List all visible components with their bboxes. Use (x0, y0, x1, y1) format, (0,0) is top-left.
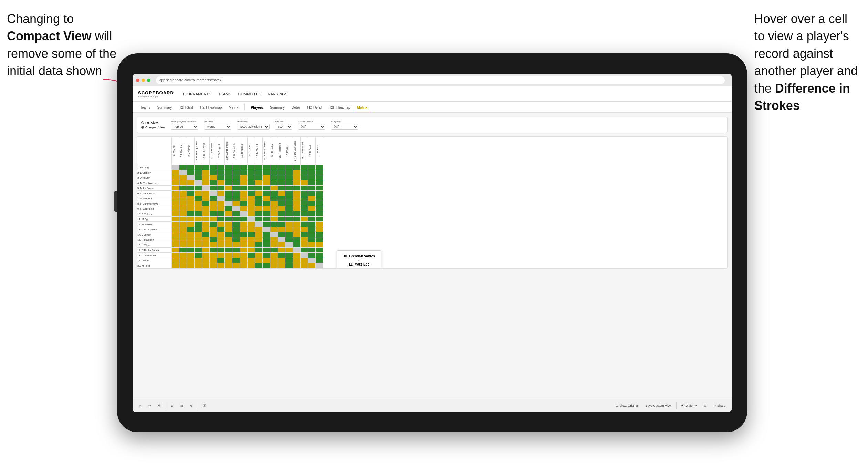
matrix-cell[interactable] (270, 165, 278, 170)
matrix-cell[interactable] (187, 263, 195, 268)
matrix-cell[interactable] (179, 180, 187, 186)
toolbar-share[interactable]: ↗ Share (711, 403, 728, 408)
matrix-cell[interactable] (248, 186, 255, 191)
matrix-cell[interactable] (240, 217, 248, 222)
matrix-cell[interactable] (210, 165, 217, 170)
nav-tournaments[interactable]: TOURNAMENTS (182, 91, 211, 97)
toolbar-undo[interactable]: ↩ (137, 403, 144, 408)
matrix-cell[interactable] (270, 232, 278, 237)
matrix-cell[interactable] (225, 222, 232, 227)
matrix-cell[interactable] (195, 263, 202, 268)
matrix-cell[interactable] (172, 227, 179, 232)
matrix-cell[interactable] (225, 186, 232, 191)
matrix-cell[interactable] (187, 211, 195, 217)
matrix-cell[interactable] (263, 248, 270, 253)
matrix-cell[interactable] (217, 263, 225, 268)
matrix-cell[interactable] (278, 211, 285, 217)
matrix-cell[interactable] (308, 237, 316, 242)
matrix-cell[interactable] (316, 180, 323, 186)
matrix-cell[interactable] (248, 165, 255, 170)
matrix-cell[interactable] (316, 253, 323, 258)
matrix-cell[interactable] (301, 165, 308, 170)
matrix-cell[interactable] (270, 206, 278, 211)
matrix-cell[interactable] (172, 222, 179, 227)
matrix-cell[interactable] (225, 253, 232, 258)
matrix-cell[interactable] (232, 186, 240, 191)
matrix-cell[interactable] (195, 196, 202, 201)
matrix-cell[interactable] (316, 186, 323, 191)
matrix-cell[interactable] (202, 248, 210, 253)
matrix-cell[interactable] (278, 191, 285, 196)
matrix-cell[interactable] (179, 186, 187, 191)
matrix-cell[interactable] (172, 175, 179, 180)
matrix-cell[interactable] (308, 227, 316, 232)
matrix-cell[interactable] (210, 237, 217, 242)
matrix-cell[interactable] (285, 191, 293, 196)
matrix-cell[interactable] (270, 170, 278, 175)
matrix-cell[interactable] (285, 217, 293, 222)
toolbar-forward[interactable]: ↪ (146, 403, 153, 408)
matrix-cell[interactable] (172, 196, 179, 201)
matrix-cell[interactable] (255, 258, 263, 263)
matrix-cell[interactable] (187, 170, 195, 175)
matrix-cell[interactable] (278, 201, 285, 206)
matrix-cell[interactable] (210, 217, 217, 222)
matrix-cell[interactable] (255, 201, 263, 206)
filter-gender-select[interactable]: Men's (204, 124, 231, 130)
matrix-cell[interactable] (308, 248, 316, 253)
filter-region-select[interactable]: N/A (275, 124, 292, 130)
matrix-cell[interactable] (270, 211, 278, 217)
filter-division-select[interactable]: NCAA Division I (237, 124, 270, 130)
matrix-cell[interactable] (202, 201, 210, 206)
matrix-cell[interactable] (210, 248, 217, 253)
matrix-cell[interactable] (270, 227, 278, 232)
toolbar-reset[interactable]: ↺ (156, 403, 163, 408)
matrix-cell[interactable] (263, 175, 270, 180)
matrix-cell[interactable] (293, 258, 301, 263)
matrix-cell[interactable] (179, 217, 187, 222)
matrix-cell[interactable] (217, 191, 225, 196)
matrix-cell[interactable] (293, 201, 301, 206)
matrix-cell[interactable] (217, 186, 225, 191)
matrix-cell[interactable] (308, 222, 316, 227)
matrix-cell[interactable] (172, 263, 179, 268)
matrix-cell[interactable] (225, 201, 232, 206)
matrix-cell[interactable] (202, 232, 210, 237)
matrix-cell[interactable] (285, 186, 293, 191)
matrix-cell[interactable] (195, 232, 202, 237)
matrix-cell[interactable] (202, 175, 210, 180)
matrix-cell[interactable] (263, 222, 270, 227)
matrix-cell[interactable] (225, 258, 232, 263)
matrix-cell[interactable] (202, 217, 210, 222)
matrix-cell[interactable] (255, 191, 263, 196)
matrix-cell[interactable] (202, 180, 210, 186)
matrix-cell[interactable] (278, 258, 285, 263)
matrix-cell[interactable] (278, 263, 285, 268)
matrix-cell[interactable] (248, 222, 255, 227)
matrix-cell[interactable] (202, 222, 210, 227)
matrix-cell[interactable] (248, 206, 255, 211)
matrix-cell[interactable] (270, 201, 278, 206)
matrix-cell[interactable] (263, 232, 270, 237)
matrix-cell[interactable] (270, 263, 278, 268)
matrix-cell[interactable] (270, 180, 278, 186)
matrix-cell[interactable] (278, 186, 285, 191)
matrix-cell[interactable] (263, 201, 270, 206)
matrix-cell[interactable] (187, 196, 195, 201)
matrix-cell[interactable] (301, 206, 308, 211)
matrix-cell[interactable] (225, 227, 232, 232)
matrix-cell[interactable] (195, 211, 202, 217)
matrix-cell[interactable] (202, 242, 210, 248)
matrix-cell[interactable] (172, 206, 179, 211)
matrix-cell[interactable] (195, 186, 202, 191)
matrix-cell[interactable] (285, 206, 293, 211)
matrix-cell[interactable] (285, 237, 293, 242)
matrix-cell[interactable] (285, 258, 293, 263)
filter-players-select[interactable]: (All) (331, 124, 358, 130)
matrix-cell[interactable] (172, 232, 179, 237)
matrix-cell[interactable] (240, 180, 248, 186)
matrix-cell[interactable] (187, 186, 195, 191)
matrix-cell[interactable] (248, 248, 255, 253)
matrix-cell[interactable] (187, 222, 195, 227)
matrix-cell[interactable] (202, 227, 210, 232)
